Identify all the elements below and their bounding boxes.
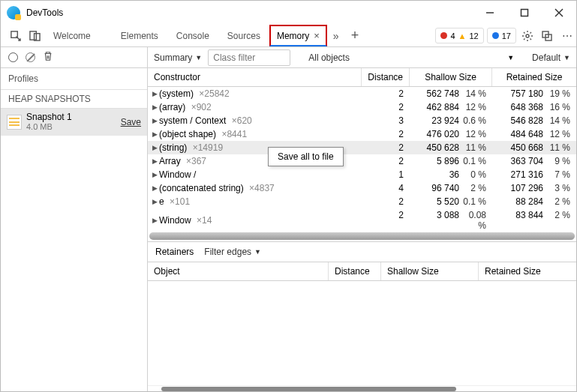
more-tabs-icon[interactable]: »	[327, 25, 345, 46]
cell-distance: 2	[362, 129, 410, 139]
cell-retained: 648 368	[492, 102, 546, 112]
cell-retained: 271 316	[492, 169, 546, 180]
bottom-scrollbar[interactable]	[148, 385, 576, 391]
close-tab-icon[interactable]: ×	[314, 30, 320, 41]
app-icon	[7, 6, 20, 19]
constructor-name: Window /	[159, 169, 196, 180]
cell-retained-pct: 16 %	[546, 102, 576, 112]
status-info[interactable]: 17	[487, 28, 516, 43]
ret-col-shallow[interactable]: Shallow Size	[381, 262, 479, 280]
table-row[interactable]: ▶ e ×10125 5200.1 %88 2842 %	[148, 195, 576, 208]
snapshot-save-link[interactable]: Save	[121, 117, 141, 127]
cell-distance: 2	[362, 210, 410, 231]
dock-icon[interactable]	[537, 30, 557, 42]
tab-console[interactable]: Console	[167, 25, 218, 46]
svg-rect-1	[521, 10, 528, 16]
table-row[interactable]: ▶ (array) ×9022462 88412 %648 36816 %	[148, 100, 576, 114]
cell-shallow-pct: 2 %	[462, 183, 492, 193]
cell-shallow-pct: 11 %	[462, 142, 492, 153]
cell-shallow: 450 628	[410, 142, 462, 153]
cell-shallow: 562 748	[410, 88, 462, 99]
settings-icon[interactable]	[518, 30, 537, 42]
expand-icon[interactable]: ▶	[152, 184, 158, 192]
svg-rect-5	[29, 31, 35, 40]
cell-retained-pct: 19 %	[546, 88, 576, 99]
record-icon[interactable]	[8, 52, 18, 62]
cell-retained-pct: 3 %	[546, 183, 576, 193]
cell-shallow: 5 520	[410, 196, 462, 207]
view-dropdown[interactable]: Summary▼	[154, 52, 202, 63]
sidebar: Profiles HEAP SNAPSHOTS Snapshot 1 4.0 M…	[1, 68, 148, 391]
cell-retained-pct: 11 %	[546, 142, 576, 153]
clear-icon[interactable]	[26, 52, 35, 62]
ret-col-distance[interactable]: Distance	[329, 262, 381, 280]
expand-icon[interactable]: ▶	[152, 217, 158, 224]
cell-shallow-pct: 0.1 %	[462, 156, 492, 166]
expand-icon[interactable]: ▶	[152, 198, 158, 205]
svg-point-7	[526, 34, 529, 37]
context-menu-save-all[interactable]: Save all to file	[268, 147, 344, 166]
memory-toolbar: Summary▼ All objects ▼ Default▼	[1, 47, 576, 68]
constructor-name: (system)	[159, 88, 194, 99]
tab-welcome[interactable]: Welcome	[44, 25, 100, 46]
device-icon[interactable]	[25, 25, 44, 46]
cell-distance: 2	[362, 88, 410, 99]
inspect-icon[interactable]	[5, 25, 25, 46]
cell-distance: 1	[362, 169, 410, 180]
maximize-button[interactable]	[507, 1, 542, 25]
delete-icon[interactable]	[43, 51, 53, 64]
cell-shallow: 96 740	[410, 183, 462, 193]
status-errors-warnings[interactable]: 4 ▲12	[435, 28, 483, 43]
table-row[interactable]: ▶ system / Context ×620323 9240.6 %546 8…	[148, 114, 576, 127]
heap-snapshots-header: HEAP SNAPSHOTS	[1, 89, 147, 109]
cell-shallow: 36	[410, 169, 462, 180]
constructor-name: Array	[159, 156, 181, 166]
expand-icon[interactable]: ▶	[152, 144, 158, 151]
col-constructor[interactable]: Constructor	[148, 68, 362, 86]
table-row[interactable]: ▶ Window / 1360 %271 3167 %	[148, 168, 576, 181]
grid-header: Constructor Distance Shallow Size Retain…	[148, 68, 576, 87]
table-row[interactable]: ▶ (concatenated string) ×4837496 7402 %1…	[148, 181, 576, 195]
ret-col-retained[interactable]: Retained Size	[479, 262, 576, 280]
tab-elements[interactable]: Elements	[112, 25, 167, 46]
table-row[interactable]: ▶ (string) ×149192450 62811 %450 66811 %	[148, 141, 576, 154]
expand-icon[interactable]: ▶	[152, 103, 158, 111]
cell-retained: 88 284	[492, 196, 546, 207]
cell-shallow: 3 088	[410, 210, 462, 231]
group-dropdown[interactable]: Default▼	[532, 52, 570, 63]
cell-shallow: 476 020	[410, 129, 462, 139]
retainers-label: Retainers	[155, 247, 194, 257]
titlebar: DevTools	[1, 1, 576, 25]
tab-sources[interactable]: Sources	[218, 25, 269, 46]
table-row[interactable]: ▶ (system) ×258422562 74814 %757 18019 %	[148, 87, 576, 100]
close-button[interactable]	[542, 1, 576, 25]
tab-memory[interactable]: Memory×	[269, 25, 327, 46]
table-row[interactable]: ▶ Array ×36725 8960.1 %363 7049 %	[148, 154, 576, 168]
col-retained[interactable]: Retained Size	[492, 68, 576, 86]
expand-icon[interactable]: ▶	[152, 157, 158, 165]
kebab-menu-icon[interactable]: ⋯	[557, 30, 576, 42]
cell-shallow-pct: 0.6 %	[462, 115, 492, 126]
expand-icon[interactable]: ▶	[152, 171, 158, 178]
constructor-name: (array)	[159, 102, 185, 112]
constructor-name: (string)	[159, 142, 187, 153]
scope-dropdown[interactable]: All objects	[308, 52, 350, 63]
expand-icon[interactable]: ▶	[152, 130, 158, 138]
minimize-button[interactable]	[473, 1, 507, 25]
table-row[interactable]: ▶ Window ×1423 0880.08 %83 8442 %	[148, 208, 576, 232]
snapshot-item[interactable]: Snapshot 1 4.0 MB Save	[1, 109, 147, 136]
expand-icon[interactable]: ▶	[152, 90, 158, 97]
expand-icon[interactable]: ▶	[152, 117, 158, 124]
horizontal-scrollbar[interactable]	[149, 232, 575, 240]
cell-shallow: 23 924	[410, 115, 462, 126]
instance-count: ×4837	[249, 183, 275, 193]
col-shallow[interactable]: Shallow Size	[410, 68, 492, 86]
table-row[interactable]: ▶ (object shape) ×84412476 02012 %484 64…	[148, 127, 576, 141]
add-tab-icon[interactable]: +	[345, 25, 365, 46]
filter-edges-dropdown[interactable]: Filter edges ▼	[204, 247, 261, 257]
ret-col-object[interactable]: Object	[148, 262, 329, 280]
cell-retained: 107 296	[492, 183, 546, 193]
class-filter-input[interactable]	[208, 49, 290, 66]
instance-count: ×101	[170, 196, 190, 207]
col-distance[interactable]: Distance	[362, 68, 410, 86]
